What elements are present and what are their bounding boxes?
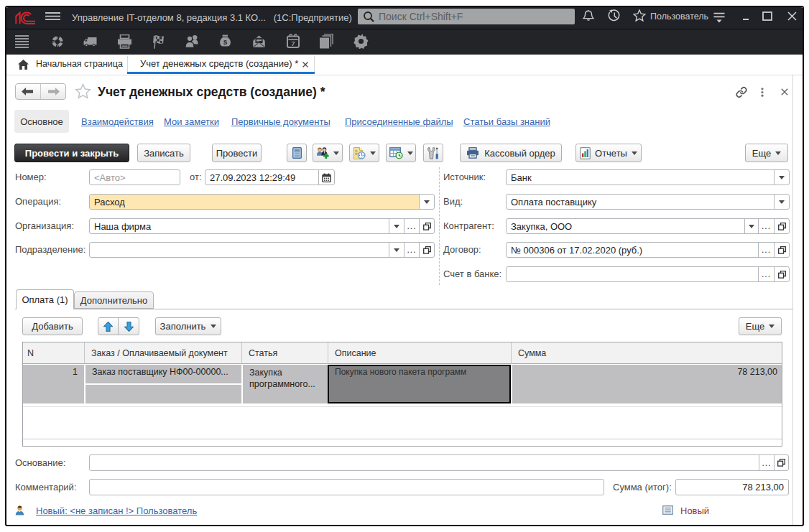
svg-text:s: s xyxy=(223,38,228,46)
svg-text:7: 7 xyxy=(291,39,295,47)
